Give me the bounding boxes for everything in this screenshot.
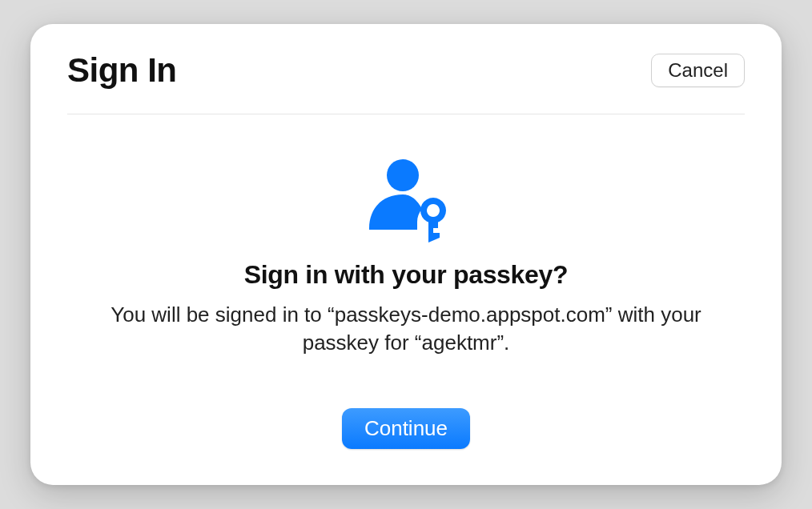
- svg-point-0: [387, 159, 419, 191]
- cancel-button[interactable]: Cancel: [651, 54, 745, 87]
- prompt-title: Sign in with your passkey?: [244, 260, 569, 290]
- dialog-header: Sign In Cancel: [67, 24, 745, 114]
- prompt-body: You will be signed in to “passkeys-demo.…: [102, 301, 710, 357]
- dialog-title: Sign In: [67, 51, 177, 90]
- dialog-body: Sign in with your passkey? You will be s…: [67, 114, 745, 485]
- continue-button[interactable]: Continue: [342, 408, 470, 449]
- sign-in-dialog: Sign In Cancel Sign in with your passkey…: [30, 24, 782, 485]
- passkey-user-icon: [363, 159, 449, 246]
